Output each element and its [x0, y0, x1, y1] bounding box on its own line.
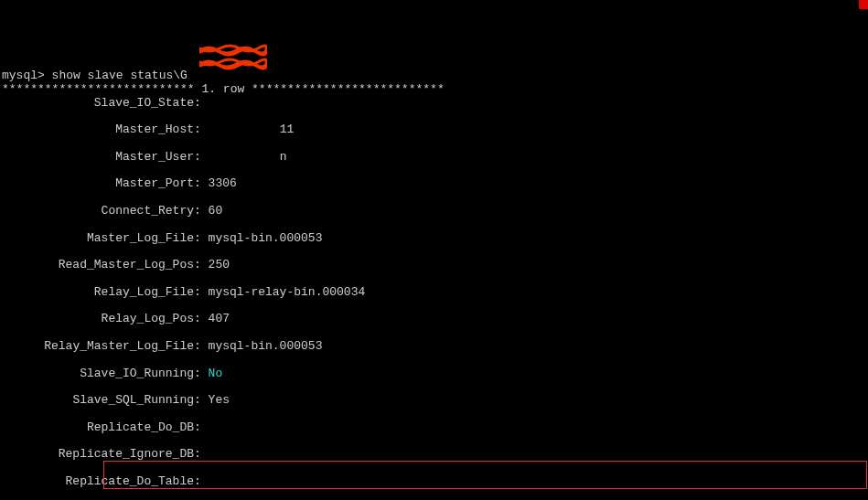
- row-header: *************************** 1. row *****…: [2, 82, 445, 96]
- field-replicate-ignore-db: Replicate_Ignore_DB:: [2, 448, 868, 462]
- field-master-log-file: Master_Log_File: mysql-bin.000053: [2, 232, 868, 246]
- field-relay-log-pos: Relay_Log_Pos: 407: [2, 313, 868, 326]
- field-slave-sql-running: Slave_SQL_Running: Yes: [2, 394, 868, 408]
- prompt-line: mysql> show slave status\G: [2, 69, 188, 82]
- terminal-output: mysql> show slave status\G *************…: [0, 54, 868, 500]
- field-master-user: Master_User: n: [2, 151, 868, 165]
- field-relay-log-file: Relay_Log_File: mysql-relay-bin.000034: [2, 286, 868, 300]
- field-relay-master-log-file: Relay_Master_Log_File: mysql-bin.000053: [2, 340, 868, 354]
- field-slave-io-running: Slave_IO_Running: No: [2, 367, 868, 381]
- window-indicator-icon: [859, 0, 868, 9]
- field-connect-retry: Connect_Retry: 60: [2, 205, 868, 218]
- field-master-port: Master_Port: 3306: [2, 177, 868, 191]
- field-read-master-log-pos: Read_Master_Log_Pos: 250: [2, 259, 868, 272]
- field-master-host: Master_Host: 11: [2, 123, 868, 137]
- field-replicate-do-table: Replicate_Do_Table:: [2, 475, 868, 489]
- field-replicate-do-db: Replicate_Do_DB:: [2, 421, 868, 435]
- field-slave-io-state: Slave_IO_State:: [2, 97, 868, 111]
